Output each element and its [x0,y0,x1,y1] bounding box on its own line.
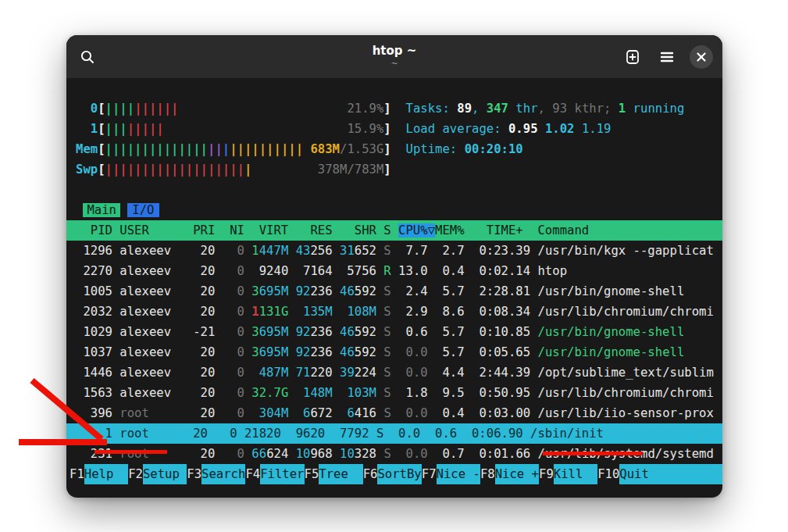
menu-icon[interactable] [655,45,679,69]
text-segment [288,284,295,298]
text-segment: 0 [223,264,244,278]
text-segment [376,325,383,339]
text-segment: 695M [259,345,289,359]
text-segment [376,386,383,400]
fkey-label-f7[interactable]: Nice - [437,464,480,484]
text-segment: 0.0 [398,406,428,420]
text-segment: 652 [355,244,376,258]
fkey-f10[interactable]: F10 [597,464,619,484]
fkey-f2[interactable]: F2 [128,464,143,484]
text-segment [288,366,295,380]
text-segment: 236 [310,325,332,339]
text-segment: 43 [296,244,311,258]
text-segment: ] [383,142,390,156]
text-segment: 46 [340,345,355,359]
text-segment: 0 [223,366,244,380]
text-segment: 0.95 [508,122,538,136]
text-segment [376,284,383,298]
sort-column-cpu: CPU%▽ [398,223,435,237]
text-segment: 0.0 [398,447,428,461]
text-segment: htop [537,264,567,278]
text-segment [244,244,251,258]
fkey-f5[interactable]: F5 [305,464,319,484]
fkey-f9[interactable]: F9 [539,464,554,484]
fkey-label-f3[interactable]: Search [201,464,245,484]
process-row-1563[interactable]: 1563 alexeev 20 0 32.7G 148M 103M S 1.8 … [66,383,722,403]
process-row-2032[interactable]: 2032 alexeev 20 0 1131G 135M 108M S 2.9 … [66,302,722,322]
fkey-f7[interactable]: F7 [422,464,437,484]
text-segment [376,305,383,319]
text-segment: 347 [487,102,508,116]
text-segment: ] [383,122,390,136]
fkey-bar[interactable]: F1Help F2Setup F3SearchF4FilterF5Tree F6… [66,464,722,484]
text-segment: 0 [223,386,244,400]
process-row-1446[interactable]: 1446 alexeev 20 0 487M 71220 39224 S 0.0… [66,362,722,383]
text-segment: 236 [310,345,332,359]
text-segment: 1029 alexeev -21 [76,325,223,339]
fkey-label-f1[interactable]: Help [84,464,128,484]
text-segment: 3 [251,284,259,298]
text-segment [333,406,340,420]
fkey-label-f6[interactable]: SortBy [377,464,421,484]
text-segment: 92 [296,325,311,339]
tab-io[interactable]: I/O [127,203,159,217]
text-segment: 39 [340,366,355,380]
text-segment: 148M [288,386,332,400]
tab-main[interactable]: Main [83,203,120,217]
text-segment: 135M [288,305,332,319]
text-segment: |||||| [134,102,178,116]
text-segment: 0 [223,325,244,339]
blank-line [66,180,722,200]
text-segment: ; [604,102,619,116]
fkey-f1[interactable]: F1 [70,464,84,484]
text-segment: |||| [105,102,135,116]
text-segment: 92 [296,345,311,359]
text-segment: 00:20:10 [465,142,523,156]
text-segment [391,102,406,116]
fkey-f8[interactable]: F8 [480,464,495,484]
text-segment: 2.4 5.7 2:28.81 [391,284,538,298]
fkey-f4[interactable]: F4 [245,464,260,484]
text-segment: 1.19 [582,122,612,136]
text-segment: 6 [340,406,355,420]
text-segment [288,447,295,461]
new-tab-icon[interactable] [621,45,644,69]
text-segment: /1.53G [340,142,383,156]
fkey-label-f8[interactable]: Nice + [495,464,539,484]
text-segment: /usr/lib/chromium/chromi [538,305,714,319]
text-segment: 0.0 [398,345,428,359]
close-icon[interactable] [690,45,713,69]
process-row-2270[interactable]: 2270 alexeev 20 0 9240 7164 5756 R 13.0 … [66,261,722,281]
fkey-f6[interactable]: F6 [363,464,378,484]
text-segment: ||| [105,122,127,136]
text-segment: 0 [223,345,244,359]
fkey-label-f5[interactable]: Tree [319,464,362,484]
process-row-1005[interactable]: 1005 alexeev 20 0 3695M 92236 46592 S 2.… [66,281,722,302]
text-segment: 21.9% [347,102,383,116]
text-segment: 131G [259,305,289,319]
text-segment [376,244,383,258]
text-segment: 46 [340,325,355,339]
fkey-label-f2[interactable]: Setup [143,464,187,484]
text-segment: 1 [76,122,98,136]
fkey-label-f10[interactable]: Quit [619,464,722,484]
window-title: htop ~ [373,45,417,58]
text-segment: 695M [259,325,289,339]
fkey-label-f9[interactable]: Kill [554,464,597,484]
fkey-f3[interactable]: F3 [187,464,201,484]
fkey-label-f4[interactable]: Filter [260,464,304,484]
process-row-231[interactable]: 231 root 20 0 66624 10968 10328 S 0.0 0.… [66,444,722,464]
meter-cpu1: 1[|||||||| 15.9%] Load average: 0.95 1.0… [66,119,722,139]
process-row-396[interactable]: 396 root 20 0 304M 6672 6416 S 0.0 0.4 0… [66,403,722,423]
text-segment: 2032 alexeev 20 [76,305,223,319]
text-segment [333,325,340,339]
process-row-1029[interactable]: 1029 alexeev -21 0 3695M 92236 46592 S 0… [66,322,722,342]
process-row-1-selected[interactable]: 1 root 20 0 21820 9620 7792 S 0.0 0.6 0:… [66,423,722,444]
text-segment [244,325,251,339]
text-segment: /usr/lib/chromium/chromi [538,386,714,400]
process-row-1037[interactable]: 1037 alexeev 20 0 3695M 92236 46592 S 0.… [66,342,722,362]
process-row-1296[interactable]: 1296 alexeev 20 0 1447M 43256 31652 S 7.… [66,241,722,261]
search-icon[interactable] [76,45,99,69]
text-segment [391,142,406,156]
table-header[interactable]: PID USER PRI NI VIRT RES SHR S CPU%▽MEM%… [66,220,722,241]
